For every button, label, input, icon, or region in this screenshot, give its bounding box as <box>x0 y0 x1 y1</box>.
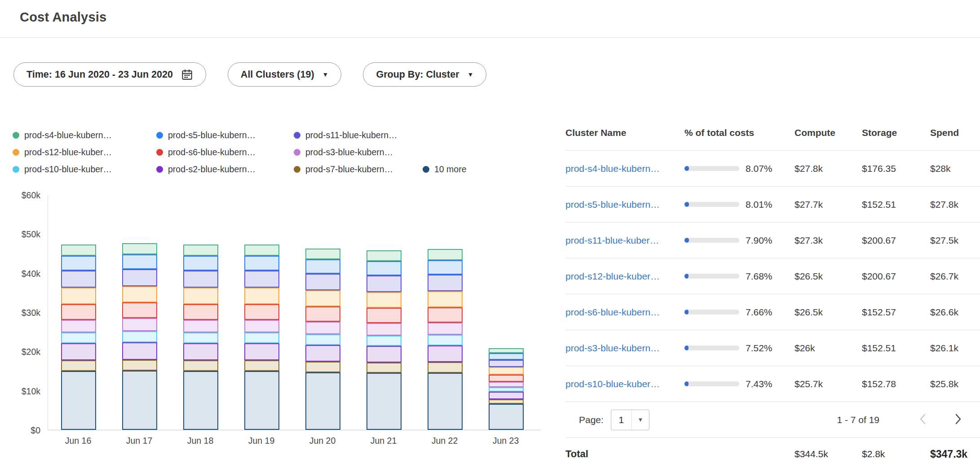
bar-segment[interactable] <box>61 371 96 430</box>
stacked-bar-jun-17[interactable] <box>122 243 157 430</box>
cluster-link[interactable]: prod-s11-blue-kuber… <box>565 235 659 245</box>
bar-segment[interactable] <box>122 360 157 371</box>
bar-segment[interactable] <box>366 346 402 363</box>
bar-segment[interactable] <box>61 256 96 271</box>
bar-segment[interactable] <box>244 245 279 256</box>
bar-segment[interactable] <box>244 360 279 371</box>
bar-segment[interactable] <box>305 322 340 334</box>
bar-segment[interactable] <box>489 392 524 399</box>
stacked-bar-jun-23[interactable] <box>489 348 524 430</box>
bar-segment[interactable] <box>489 404 524 430</box>
bar-segment[interactable] <box>122 302 157 318</box>
bar-segment[interactable] <box>183 304 218 320</box>
next-page-button[interactable] <box>953 412 963 427</box>
legend-item-prod-s12[interactable]: prod-s12-blue-kuber… <box>13 147 156 157</box>
bar-segment[interactable] <box>61 245 96 256</box>
bar-segment[interactable] <box>61 288 96 304</box>
bar-segment[interactable] <box>305 274 340 290</box>
prev-page-button[interactable] <box>918 412 928 427</box>
legend-item-prod-s2[interactable]: prod-s2-blue-kubern… <box>156 164 294 175</box>
bar-segment[interactable] <box>428 373 463 430</box>
bar-segment[interactable] <box>489 399 524 404</box>
legend-item-prod-s3[interactable]: prod-s3-blue-kubern… <box>294 147 423 157</box>
cluster-link[interactable]: prod-s12-blue-kuber… <box>565 271 660 281</box>
bar-segment[interactable] <box>489 360 524 367</box>
legend-item-prod-s11[interactable]: prod-s11-blue-kubern… <box>294 130 423 140</box>
stacked-bar-jun-20[interactable] <box>305 249 340 430</box>
bar-segment[interactable] <box>244 320 279 332</box>
cluster-link[interactable]: prod-s5-blue-kubern… <box>565 199 660 210</box>
bar-segment[interactable] <box>305 306 340 322</box>
bar-segment[interactable] <box>244 288 279 304</box>
bar-segment[interactable] <box>489 348 524 353</box>
bar-segment[interactable] <box>244 304 279 320</box>
bar-segment[interactable] <box>428 323 463 335</box>
bar-segment[interactable] <box>366 323 402 335</box>
stacked-bar-jun-16[interactable] <box>61 245 96 430</box>
bar-segment[interactable] <box>305 290 340 306</box>
cluster-link[interactable]: prod-s4-blue-kubern… <box>565 163 660 174</box>
bar-segment[interactable] <box>183 360 218 371</box>
bar-segment[interactable] <box>428 345 463 362</box>
bar-segment[interactable] <box>366 308 402 323</box>
bar-segment[interactable] <box>183 320 218 332</box>
bar-segment[interactable] <box>61 360 96 371</box>
bar-segment[interactable] <box>61 343 96 360</box>
cluster-link[interactable]: prod-s6-blue-kubern… <box>565 307 660 317</box>
bar-segment[interactable] <box>428 249 463 260</box>
bar-segment[interactable] <box>183 256 218 271</box>
legend-item-prod-s5[interactable]: prod-s5-blue-kubern… <box>156 130 294 140</box>
bar-segment[interactable] <box>366 275 402 292</box>
stacked-bar-jun-19[interactable] <box>244 245 279 430</box>
bar-segment[interactable] <box>428 307 463 323</box>
bar-segment[interactable] <box>366 292 402 308</box>
bar-segment[interactable] <box>366 363 402 373</box>
bar-segment[interactable] <box>183 288 218 304</box>
legend-item-prod-s7[interactable]: prod-s7-blue-kubern… <box>294 164 423 175</box>
bar-segment[interactable] <box>122 254 157 269</box>
bar-segment[interactable] <box>428 362 463 373</box>
stacked-bar-jun-21[interactable] <box>366 250 402 430</box>
bar-segment[interactable] <box>305 362 340 372</box>
time-range-filter[interactable]: Time: 16 Jun 2020 - 23 Jun 2020 <box>13 62 206 87</box>
bar-segment[interactable] <box>244 343 279 360</box>
bar-segment[interactable] <box>183 332 218 343</box>
bar-segment[interactable] <box>244 256 279 271</box>
bar-segment[interactable] <box>61 320 96 332</box>
bar-segment[interactable] <box>305 334 340 345</box>
stacked-bar-jun-22[interactable] <box>428 249 463 430</box>
bar-segment[interactable] <box>489 353 524 360</box>
page-select[interactable]: 1 ▼ <box>611 410 649 430</box>
bar-segment[interactable] <box>366 250 402 261</box>
bar-segment[interactable] <box>428 335 463 345</box>
bar-segment[interactable] <box>366 373 402 430</box>
legend-item-prod-s6[interactable]: prod-s6-blue-kubern… <box>156 147 294 157</box>
bar-segment[interactable] <box>122 371 157 430</box>
bar-segment[interactable] <box>122 342 157 359</box>
legend-item-10-more[interactable]: 10 more <box>423 164 467 175</box>
bar-segment[interactable] <box>183 245 218 256</box>
legend-item-prod-s10[interactable]: prod-s10-blue-kuber… <box>13 164 156 175</box>
group-by-filter[interactable]: Group By: Cluster ▼ <box>363 62 486 87</box>
bar-segment[interactable] <box>244 271 279 288</box>
bar-segment[interactable] <box>122 243 157 254</box>
bar-segment[interactable] <box>489 375 524 382</box>
bar-segment[interactable] <box>428 291 463 307</box>
bar-segment[interactable] <box>183 343 218 360</box>
bar-segment[interactable] <box>183 371 218 430</box>
bar-segment[interactable] <box>122 331 157 342</box>
bar-segment[interactable] <box>489 387 524 392</box>
bar-segment[interactable] <box>122 318 157 331</box>
legend-item-prod-s4[interactable]: prod-s4-blue-kubern… <box>13 130 156 140</box>
bar-segment[interactable] <box>489 382 524 387</box>
bar-segment[interactable] <box>305 345 340 362</box>
cluster-link[interactable]: prod-s10-blue-kuber… <box>565 379 660 389</box>
bar-segment[interactable] <box>428 275 463 291</box>
bar-segment[interactable] <box>122 269 157 286</box>
bar-segment[interactable] <box>489 367 524 375</box>
stacked-bar-jun-18[interactable] <box>183 245 218 430</box>
bar-segment[interactable] <box>366 261 402 275</box>
bar-segment[interactable] <box>428 260 463 275</box>
bar-segment[interactable] <box>305 249 340 259</box>
bar-segment[interactable] <box>61 304 96 320</box>
